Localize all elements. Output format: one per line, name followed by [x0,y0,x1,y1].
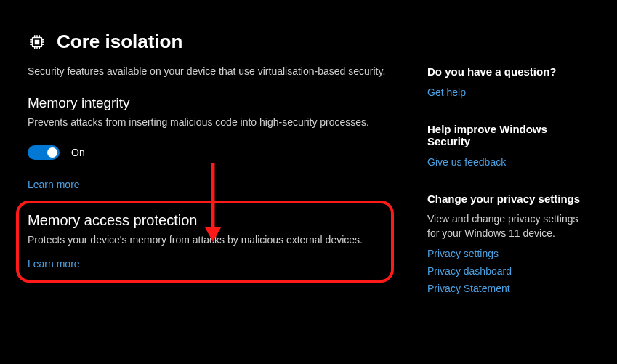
core-isolation-icon [28,33,47,52]
page-title-row: Core isolation [28,31,398,53]
get-help-link[interactable]: Get help [427,86,466,98]
privacy-description: View and change privacy settings for you… [427,212,589,240]
memory-integrity-heading: Memory integrity [28,95,398,111]
privacy-heading: Change your privacy settings [427,193,589,205]
feedback-heading: Help improve Windows Security [427,123,589,147]
memory-access-protection-highlight: Memory access protection Protects your d… [16,201,394,283]
question-heading: Do you have a question? [427,65,589,78]
privacy-settings-link[interactable]: Privacy settings [427,248,589,259]
privacy-statement-link[interactable]: Privacy Statement [427,283,589,294]
page-title: Core isolation [57,31,182,53]
memory-access-protection-heading: Memory access protection [28,212,381,229]
memory-integrity-toggle[interactable] [28,145,60,160]
memory-access-protection-learn-more-link[interactable]: Learn more [28,258,80,270]
page-description: Security features available on your devi… [28,65,398,79]
memory-integrity-description: Prevents attacks from inserting maliciou… [28,116,398,130]
memory-integrity-toggle-label: On [71,147,85,158]
svg-rect-1 [35,39,40,44]
privacy-dashboard-link[interactable]: Privacy dashboard [427,265,589,277]
give-feedback-link[interactable]: Give us feedback [427,156,506,168]
memory-access-protection-description: Protects your device's memory from attac… [28,233,381,248]
memory-integrity-learn-more-link[interactable]: Learn more [28,179,80,190]
